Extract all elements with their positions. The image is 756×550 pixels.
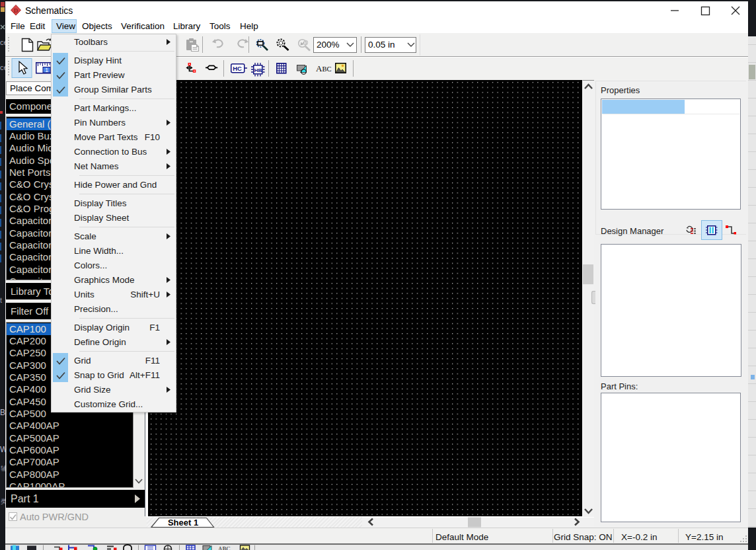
svg-text:ABC: ABC	[316, 63, 331, 73]
svg-text:类: 类	[1, 498, 5, 505]
svg-text:ce: ce	[0, 38, 5, 46]
svg-text:辅: 辅	[1, 465, 5, 472]
svg-text:W: W	[0, 445, 5, 454]
svg-text:Sheet 1: Sheet 1	[168, 518, 198, 528]
svg-text:HC: HC	[233, 65, 242, 72]
svg-text:t: t	[0, 296, 2, 304]
svg-text:ce: ce	[0, 63, 5, 71]
svg-text:1: 1	[45, 67, 48, 73]
svg-text:ABC: ABC	[218, 545, 231, 550]
svg-text:HB: HB	[254, 67, 262, 73]
svg-text:D: D	[14, 7, 19, 14]
svg-text:B: B	[0, 408, 5, 417]
